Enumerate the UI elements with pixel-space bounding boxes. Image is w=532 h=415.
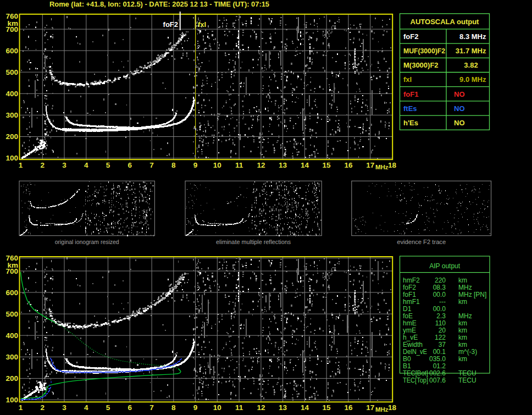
svg-text:eliminate multiple reflections: eliminate multiple reflections bbox=[216, 239, 291, 245]
svg-text:37: 37 bbox=[439, 341, 446, 348]
svg-text:5: 5 bbox=[106, 403, 110, 412]
svg-text:1: 1 bbox=[19, 403, 23, 412]
svg-text:AUTOSCALA output: AUTOSCALA output bbox=[411, 18, 480, 26]
svg-text:MHz: MHz bbox=[458, 284, 472, 291]
svg-text:9: 9 bbox=[193, 161, 198, 169]
svg-text:3.82: 3.82 bbox=[464, 61, 478, 69]
svg-text:3: 3 bbox=[62, 403, 66, 412]
svg-text:6: 6 bbox=[128, 161, 132, 169]
svg-text:08.3: 08.3 bbox=[433, 284, 446, 291]
svg-text:km: km bbox=[458, 276, 467, 284]
svg-text:B1: B1 bbox=[403, 362, 411, 370]
svg-text:foF1: foF1 bbox=[403, 90, 418, 98]
svg-text:200: 200 bbox=[5, 132, 18, 141]
svg-text:foF2: foF2 bbox=[403, 32, 418, 41]
svg-text:MHz: MHz bbox=[375, 164, 389, 170]
svg-text:700: 700 bbox=[5, 267, 18, 275]
svg-text:foF2: foF2 bbox=[163, 20, 178, 29]
svg-text:200: 200 bbox=[5, 374, 18, 383]
svg-text:2: 2 bbox=[41, 161, 45, 169]
svg-text:220: 220 bbox=[435, 276, 446, 284]
svg-text:17: 17 bbox=[366, 161, 374, 169]
svg-text:NO: NO bbox=[454, 119, 465, 127]
svg-text:fxI: fxI bbox=[403, 75, 412, 84]
svg-text:10: 10 bbox=[213, 161, 221, 169]
svg-text:20: 20 bbox=[439, 327, 446, 334]
svg-text:00.0: 00.0 bbox=[433, 305, 446, 313]
svg-text:7: 7 bbox=[149, 403, 154, 412]
svg-text:00.0: 00.0 bbox=[433, 291, 446, 298]
svg-text:B0: B0 bbox=[403, 355, 411, 363]
svg-text:km: km bbox=[458, 341, 467, 348]
svg-text:---: --- bbox=[439, 298, 446, 306]
svg-text:MHz: MHz bbox=[375, 406, 389, 413]
svg-text:8: 8 bbox=[171, 161, 176, 169]
svg-text:DelN_vE: DelN_vE bbox=[403, 348, 427, 356]
svg-text:122: 122 bbox=[435, 334, 446, 341]
svg-text:3: 3 bbox=[62, 161, 66, 169]
svg-text:14: 14 bbox=[301, 403, 309, 412]
svg-text:6: 6 bbox=[128, 403, 132, 412]
svg-text:hmF2: hmF2 bbox=[403, 276, 420, 284]
svg-text:MHz: MHz bbox=[458, 312, 472, 320]
svg-text:km: km bbox=[458, 355, 467, 363]
svg-text:[PN]: [PN] bbox=[474, 291, 486, 298]
svg-text:15: 15 bbox=[323, 403, 331, 412]
svg-text:h'Es: h'Es bbox=[403, 119, 418, 127]
svg-text:13: 13 bbox=[279, 403, 287, 412]
svg-text:TEC[Top]: TEC[Top] bbox=[403, 377, 428, 384]
svg-text:300: 300 bbox=[5, 111, 18, 119]
svg-text:evidence F2 trace: evidence F2 trace bbox=[397, 239, 446, 245]
svg-text:MHz: MHz bbox=[458, 291, 472, 298]
svg-text:MUF(3000)F2: MUF(3000)F2 bbox=[403, 47, 445, 55]
svg-text:2.3: 2.3 bbox=[436, 312, 446, 320]
svg-text:1: 1 bbox=[19, 161, 23, 169]
svg-text:original ionogram resized: original ionogram resized bbox=[55, 239, 119, 245]
svg-text:hmE: hmE bbox=[403, 319, 417, 327]
svg-text:7: 7 bbox=[149, 161, 154, 169]
svg-text:M(3000)F2: M(3000)F2 bbox=[403, 61, 439, 69]
svg-text:km: km bbox=[458, 319, 467, 327]
svg-text:AIP output: AIP output bbox=[429, 262, 460, 270]
svg-text:ftEs: ftEs bbox=[403, 104, 417, 113]
svg-text:110: 110 bbox=[435, 319, 446, 327]
svg-text:100: 100 bbox=[5, 396, 18, 404]
svg-text:8: 8 bbox=[171, 403, 176, 412]
svg-text:fxI: fxI bbox=[198, 20, 206, 29]
svg-text:4: 4 bbox=[84, 403, 88, 412]
svg-text:9: 9 bbox=[193, 403, 198, 412]
svg-text:11: 11 bbox=[235, 161, 243, 169]
svg-text:400: 400 bbox=[5, 331, 18, 340]
svg-text:NO: NO bbox=[454, 104, 465, 113]
svg-text:8.3 MHz: 8.3 MHz bbox=[459, 32, 486, 41]
svg-text:4: 4 bbox=[84, 161, 88, 169]
svg-text:9.0 MHz: 9.0 MHz bbox=[459, 75, 486, 84]
svg-text:foF1: foF1 bbox=[403, 291, 416, 298]
svg-text:TECU: TECU bbox=[458, 377, 476, 384]
svg-text:500: 500 bbox=[5, 68, 18, 76]
svg-text:100: 100 bbox=[5, 154, 18, 162]
svg-text:035.0: 035.0 bbox=[429, 355, 446, 363]
svg-text:foE: foE bbox=[403, 312, 413, 320]
svg-text:400: 400 bbox=[5, 90, 18, 98]
svg-text:D1: D1 bbox=[403, 305, 412, 313]
svg-text:31.7 MHz: 31.7 MHz bbox=[456, 47, 486, 55]
svg-text:12: 12 bbox=[257, 161, 265, 169]
svg-text:TEC[Bot]: TEC[Bot] bbox=[403, 369, 428, 377]
svg-text:10: 10 bbox=[213, 403, 221, 412]
svg-text:18: 18 bbox=[388, 161, 397, 169]
svg-text:m^(-3): m^(-3) bbox=[458, 348, 477, 356]
svg-text:700: 700 bbox=[5, 25, 18, 34]
svg-text:12: 12 bbox=[257, 403, 265, 412]
svg-text:600: 600 bbox=[5, 47, 18, 55]
svg-text:00.1: 00.1 bbox=[433, 348, 446, 356]
svg-text:NO: NO bbox=[454, 90, 465, 98]
svg-text:2: 2 bbox=[41, 403, 45, 412]
svg-text:13: 13 bbox=[279, 161, 287, 169]
svg-text:Rome (lat: +41.8, lon: 012.5): Rome (lat: +41.8, lon: 012.5) - DATE: 20… bbox=[49, 1, 269, 8]
svg-text:17: 17 bbox=[366, 403, 374, 412]
svg-text:5: 5 bbox=[106, 161, 110, 169]
svg-text:002.6: 002.6 bbox=[429, 369, 446, 377]
svg-text:Ewidth: Ewidth bbox=[403, 341, 423, 348]
svg-text:14: 14 bbox=[301, 161, 309, 169]
